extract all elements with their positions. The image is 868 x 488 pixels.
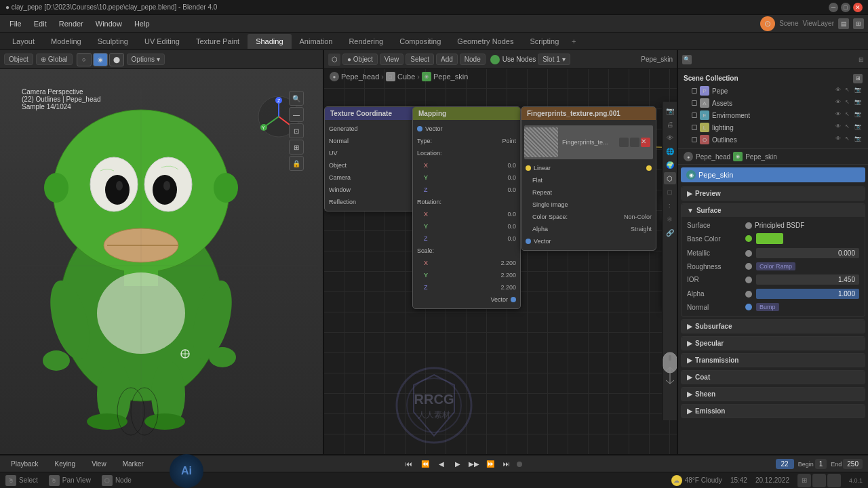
subsurface-header[interactable]: ▶ Subsurface: [682, 320, 865, 333]
tl-skip-end-button[interactable]: ⏭: [500, 458, 513, 470]
base-color-dot[interactable]: [745, 235, 752, 242]
options-button[interactable]: Options ▾: [127, 54, 165, 65]
preview-header[interactable]: ▶ Preview: [682, 187, 865, 200]
props-scene-icon[interactable]: 🌐: [664, 145, 676, 157]
toggle-quad-button[interactable]: ⊞: [289, 140, 304, 155]
menu-render[interactable]: Render: [54, 18, 89, 29]
tl-frame-current[interactable]: 22: [776, 459, 794, 469]
sc-eye-assets[interactable]: 👁: [835, 99, 844, 107]
node-object-button[interactable]: ● Object: [342, 54, 378, 65]
tl-marker-button[interactable]: Marker: [117, 459, 149, 469]
node-view-button[interactable]: View: [380, 54, 404, 65]
tl-prev-button[interactable]: ◀: [435, 458, 448, 470]
sc-render-assets[interactable]: 📷: [854, 99, 863, 107]
ior-dot[interactable]: [745, 277, 752, 283]
tl-play-button[interactable]: ▶: [452, 458, 464, 470]
zoom-out-button[interactable]: —: [289, 107, 304, 122]
texture-reload-button[interactable]: [619, 138, 629, 147]
socket-tex-color-out[interactable]: [646, 165, 652, 171]
tab-rendering[interactable]: Rendering: [340, 34, 391, 49]
node-canvas[interactable]: Texture Coordinate Generated Normal UV: [324, 69, 677, 454]
props-object-icon[interactable]: □: [664, 186, 676, 198]
sc-render-pepe[interactable]: 📷: [854, 87, 863, 95]
normal-dot[interactable]: [745, 304, 752, 310]
tl-playback-button[interactable]: Playback: [5, 459, 44, 469]
zoom-in-button[interactable]: 🔍: [289, 91, 304, 106]
socket-vector-out[interactable]: [511, 297, 516, 302]
material-name-bar[interactable]: ◉ Pepe_skin: [681, 167, 865, 182]
menu-file[interactable]: File: [4, 18, 27, 29]
socket-tex-vector-in[interactable]: [526, 239, 531, 244]
socket-tex-color-in[interactable]: [526, 165, 531, 171]
props-filter-icon[interactable]: ⊞: [859, 56, 864, 63]
sc-expand-light[interactable]: [692, 125, 697, 130]
zoom-fit-button[interactable]: ⊡: [289, 123, 304, 138]
props-physics-icon[interactable]: ⚛: [664, 213, 676, 225]
node-add-button[interactable]: Add: [436, 54, 458, 65]
texture-delete-button[interactable]: ✕: [641, 138, 650, 147]
taskbar-app2[interactable]: [827, 474, 841, 487]
sc-cursor-pepe[interactable]: ↖: [845, 87, 853, 95]
props-material-icon[interactable]: ⬡: [664, 172, 676, 184]
slot-selector[interactable]: Slot 1 ▾: [538, 54, 570, 65]
sc-cursor-env[interactable]: ↖: [845, 111, 853, 119]
props-particles-icon[interactable]: ∶: [664, 199, 676, 211]
normal-badge[interactable]: Bump: [756, 303, 779, 311]
viewport-shading-solid[interactable]: ○: [77, 53, 92, 66]
sc-expand-assets[interactable]: [692, 100, 697, 106]
add-workspace-button[interactable]: +: [567, 35, 580, 48]
sc-eye-outlines[interactable]: 👁: [835, 136, 844, 144]
sc-expand-env[interactable]: [692, 113, 697, 118]
sc-item-lighting[interactable]: L lighting 👁 ↖ 📷: [684, 121, 863, 134]
viewport-mode-global[interactable]: ⊕ Global: [36, 54, 73, 65]
menu-edit[interactable]: Edit: [28, 18, 52, 29]
taskbar-windows[interactable]: ⊞: [797, 474, 811, 487]
menu-help[interactable]: Help: [129, 18, 155, 29]
texture-edit-button[interactable]: [630, 138, 639, 147]
specular-header[interactable]: ▶ Specular: [682, 337, 865, 350]
sheen-header[interactable]: ▶ Sheen: [682, 388, 865, 401]
sc-eye-env[interactable]: 👁: [835, 111, 844, 119]
properties-toggle[interactable]: ⊞: [853, 18, 864, 29]
tl-start-value[interactable]: 1: [815, 459, 827, 469]
tl-keying-button[interactable]: Keying: [50, 459, 81, 469]
node-select-button[interactable]: Select: [406, 54, 434, 65]
socket-vector-in[interactable]: [417, 126, 422, 131]
props-view-icon[interactable]: 👁: [664, 131, 676, 144]
node-mapping[interactable]: Mapping Vector Type: Point Location:: [412, 106, 521, 309]
sc-render-env[interactable]: 📷: [854, 111, 863, 119]
tl-end-value[interactable]: 250: [843, 459, 863, 469]
tab-modeling[interactable]: Modeling: [43, 34, 90, 49]
tl-next-button[interactable]: ▶▶: [468, 458, 480, 470]
minimize-button[interactable]: ─: [829, 3, 838, 12]
viewport-shading-material[interactable]: ⬤: [109, 53, 124, 66]
node-image-texture[interactable]: Fingerprints_texture.png.001 Fingerprint…: [521, 106, 656, 251]
props-search-button[interactable]: 🔍: [682, 55, 692, 64]
transmission-header[interactable]: ▶ Transmission: [682, 354, 865, 367]
props-render-icon[interactable]: 📷: [664, 104, 676, 117]
sc-filter-button[interactable]: ⊞: [853, 74, 863, 83]
tl-next-frame-button[interactable]: ⏩: [484, 458, 496, 470]
tl-prev-frame-button[interactable]: ⏪: [419, 458, 431, 470]
tab-texture-paint[interactable]: Texture Paint: [188, 34, 248, 49]
tab-scripting[interactable]: Scripting: [521, 34, 567, 49]
alpha-value[interactable]: 1.000: [756, 289, 859, 299]
taskbar-app1[interactable]: [812, 474, 826, 487]
tab-layout[interactable]: Layout: [4, 34, 43, 49]
maximize-button[interactable]: □: [841, 3, 850, 12]
menu-window[interactable]: Window: [90, 18, 127, 29]
sc-cursor-light[interactable]: ↖: [845, 123, 853, 131]
sc-expand-pepe[interactable]: [692, 88, 697, 94]
metallic-dot[interactable]: [745, 250, 752, 257]
tl-record-button[interactable]: [517, 462, 522, 467]
sc-item-assets[interactable]: A Assets 👁 ↖ 📷: [684, 97, 863, 109]
tab-animation[interactable]: Animation: [292, 34, 341, 49]
metallic-value[interactable]: 0.000: [756, 248, 859, 258]
sc-cursor-outlines[interactable]: ↖: [845, 136, 853, 144]
tl-skip-start-button[interactable]: ⏮: [403, 458, 415, 470]
alpha-dot[interactable]: [745, 291, 752, 298]
coat-header[interactable]: ▶ Coat: [682, 371, 865, 384]
tab-compositing[interactable]: Compositing: [391, 34, 449, 49]
tab-shading[interactable]: Shading: [248, 34, 291, 49]
sc-item-pepe[interactable]: P Pepe 👁 ↖ 📷: [684, 85, 863, 97]
